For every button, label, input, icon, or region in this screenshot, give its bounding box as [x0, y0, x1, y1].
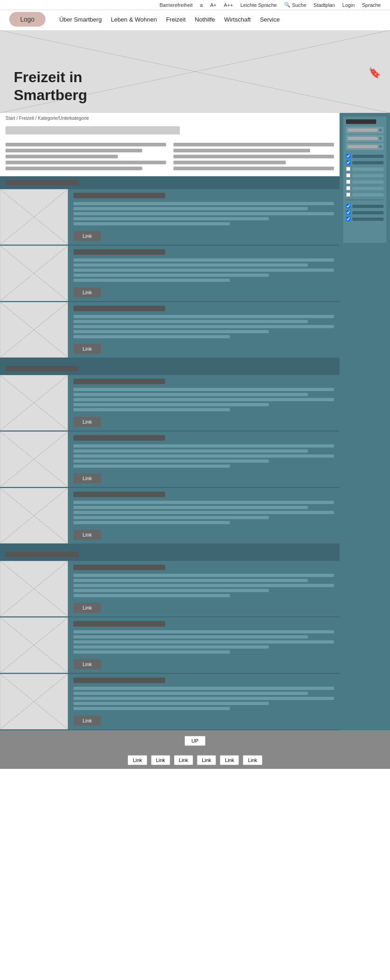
up-button[interactable]: UP: [184, 736, 205, 746]
card-2: Link: [0, 246, 340, 302]
filter-row: [0, 123, 340, 139]
card-title: [73, 565, 165, 570]
card-title: [73, 621, 165, 627]
checkbox-1[interactable]: [346, 154, 351, 158]
card-link-3[interactable]: Link: [73, 344, 101, 354]
card-image: [0, 246, 68, 301]
info-line: [173, 143, 334, 146]
info-line: [6, 161, 166, 164]
card-image: [0, 488, 68, 543]
info-line: [6, 149, 142, 152]
sidebar-bottom-lines: [346, 225, 384, 238]
section-2-header: [0, 362, 340, 375]
card-link-2[interactable]: Link: [73, 287, 101, 297]
card-link-5[interactable]: Link: [73, 473, 101, 483]
info-line: [173, 167, 334, 170]
font-small-link[interactable]: a: [200, 2, 203, 8]
breadcrumb: Start / Freizeit / Kategorie/Unterkatego…: [0, 113, 340, 123]
nav-nothilfe[interactable]: Nothilfe: [195, 16, 215, 23]
checkbox-item: [346, 173, 384, 178]
font-medium-link[interactable]: A+: [210, 2, 217, 8]
info-col-right: [173, 143, 334, 173]
card-title: [73, 379, 165, 384]
checkbox-group-1: [346, 154, 384, 197]
card-image: [0, 431, 68, 487]
card-body: Link: [68, 302, 340, 358]
nav-freizeit[interactable]: Freizeit: [166, 16, 186, 23]
card-image: [0, 375, 68, 431]
card-7: Link: [0, 561, 340, 617]
card-link-6[interactable]: Link: [73, 530, 101, 540]
card-8: Link: [0, 617, 340, 674]
section-separator: [0, 544, 340, 548]
checkbox-item: [346, 210, 384, 215]
card-body: Link: [68, 189, 340, 245]
card-body: Link: [68, 674, 340, 729]
footer-link-4[interactable]: Link: [197, 755, 216, 765]
footer-link-3[interactable]: Link: [174, 755, 193, 765]
login-link[interactable]: Login: [342, 2, 355, 8]
logo[interactable]: Logo: [9, 12, 45, 27]
card-link-7[interactable]: Link: [73, 603, 101, 613]
checkbox-4[interactable]: [346, 173, 351, 178]
nav-service[interactable]: Service: [260, 16, 279, 23]
card-body: Link: [68, 617, 340, 673]
accessibility-link[interactable]: Barrierefreiheit: [160, 2, 193, 8]
content-wrapper: Start / Freizeit / Kategorie/Unterkatego…: [0, 113, 390, 730]
footer-link-1[interactable]: Link: [128, 755, 147, 765]
stadtplan-link[interactable]: Stadtplan: [314, 2, 335, 8]
card-5: Link: [0, 431, 340, 488]
filter-tag-3: ×: [346, 143, 384, 150]
footer-link-6[interactable]: Link: [243, 755, 262, 765]
card-link-8[interactable]: Link: [73, 659, 101, 669]
checkbox-item: [346, 192, 384, 197]
checkbox-a[interactable]: [346, 204, 351, 208]
card-title: [73, 249, 165, 255]
up-section: UP: [0, 730, 390, 751]
card-link-9[interactable]: Link: [73, 716, 101, 726]
checkbox-b[interactable]: [346, 210, 351, 215]
card-body: Link: [68, 246, 340, 301]
footer-link-5[interactable]: Link: [220, 755, 239, 765]
card-body: Link: [68, 431, 340, 487]
main-nav: Logo Über Smartberg Leben & Wohnen Freiz…: [0, 10, 390, 30]
info-col-left: [6, 143, 166, 173]
checkbox-2[interactable]: [346, 160, 351, 165]
checkbox-c[interactable]: [346, 217, 351, 221]
checkbox-3[interactable]: [346, 167, 351, 171]
card-body: Link: [68, 375, 340, 431]
language-link[interactable]: Sprache: [362, 2, 381, 8]
nav-wirtschaft[interactable]: Wirtschaft: [224, 16, 251, 23]
bookmark-icon[interactable]: 🔖: [368, 67, 381, 79]
search-link[interactable]: 🔍 Suche: [284, 2, 306, 8]
nav-ueber[interactable]: Über Smartberg: [59, 16, 101, 23]
card-link-1[interactable]: Link: [73, 231, 101, 241]
font-large-link[interactable]: A++: [224, 2, 233, 8]
remove-tag-1[interactable]: ×: [379, 128, 382, 133]
section-title-bar: [6, 552, 79, 557]
easy-language-link[interactable]: Leichte Sprache: [240, 2, 277, 8]
hero-banner: Freizeit in Smartberg 🔖: [0, 30, 390, 113]
search-input[interactable]: [6, 126, 180, 134]
card-image: [0, 674, 68, 729]
card-title: [73, 306, 165, 311]
card-1: Link: [0, 189, 340, 246]
filter-title: [346, 119, 376, 124]
nav-links: Über Smartberg Leben & Wohnen Freizeit N…: [59, 14, 280, 23]
checkbox-5[interactable]: [346, 179, 351, 184]
checkbox-item: [346, 217, 384, 221]
checkbox-7[interactable]: [346, 192, 351, 197]
info-line: [173, 161, 286, 164]
card-title: [73, 492, 165, 497]
footer-link-2[interactable]: Link: [151, 755, 170, 765]
info-columns: [0, 139, 340, 176]
info-line: [173, 155, 334, 158]
nav-leben[interactable]: Leben & Wohnen: [111, 16, 157, 23]
checkbox-6[interactable]: [346, 186, 351, 190]
remove-tag-2[interactable]: ×: [379, 136, 382, 141]
main-content: Start / Freizeit / Kategorie/Unterkatego…: [0, 113, 340, 730]
card-9: Link: [0, 674, 340, 730]
remove-tag-3[interactable]: ×: [379, 144, 382, 149]
card-link-4[interactable]: Link: [73, 417, 101, 427]
card-body: Link: [68, 488, 340, 543]
